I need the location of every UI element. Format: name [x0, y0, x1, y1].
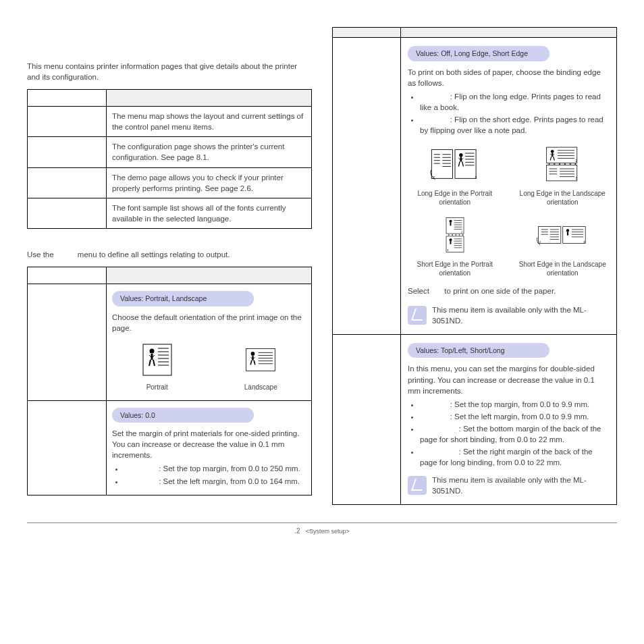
th-desc: [107, 90, 312, 107]
table-row: The font sample list shows all of the fo…: [28, 198, 312, 228]
values-pill: Values: Off, Long Edge, Short Edge: [408, 46, 549, 61]
orientation-desc: Choose the default orientation of the pr…: [112, 312, 306, 333]
info-table: The menu map shows the layout and curren…: [27, 89, 312, 229]
svg-point-1: [149, 348, 154, 353]
th-item: [28, 90, 107, 107]
svg-rect-49: [547, 147, 577, 163]
intro-text: This menu contains printer information p…: [27, 61, 312, 82]
layout-table: Values: Portrait, Landscape Choose the d…: [27, 267, 312, 495]
right-column: Values: Off, Long Edge, Short Edge To pr…: [332, 27, 617, 516]
svg-rect-102: [567, 232, 568, 236]
svg-point-68: [549, 163, 550, 165]
svg-point-70: [560, 163, 561, 165]
values-pill: Values: 0.0: [112, 408, 254, 423]
table-row: Values: Portrait, Landscape Choose the d…: [28, 284, 312, 400]
svg-point-14: [251, 352, 255, 356]
svg-text:2: 2: [461, 230, 462, 234]
page-body: This menu contains printer information p…: [0, 0, 644, 522]
left-column: This menu contains printer information p…: [27, 27, 312, 516]
svg-text:3: 3: [576, 178, 578, 181]
portrait-icon: [142, 370, 173, 378]
svg-point-96: [462, 235, 463, 236]
table-row: Values: 0.0 Set the margin of print mate…: [28, 400, 312, 495]
table-row: The demo page allows you to check if you…: [28, 167, 312, 198]
svg-rect-0: [143, 344, 171, 375]
long-edge-landscape-icon: 2 3: [535, 176, 589, 184]
svg-point-85: [449, 239, 452, 242]
duplex-desc: To print on both sides of paper, choose …: [408, 67, 610, 88]
svg-point-95: [459, 235, 460, 236]
orientation-diagrams: Portrait: [112, 343, 306, 392]
svg-rect-28: [460, 157, 462, 162]
svg-point-73: [575, 163, 576, 165]
svg-rect-77: [446, 236, 464, 252]
short-edge-portrait-icon: 2 3: [428, 247, 482, 255]
landscape-caption: Landscape: [216, 383, 306, 392]
dmargin-note: This menu item is available only with th…: [408, 475, 610, 496]
note-icon: [408, 476, 427, 495]
right-table: Values: Off, Long Edge, Short Edge To pr…: [332, 27, 617, 505]
svg-rect-13: [246, 348, 275, 371]
svg-rect-50: [547, 165, 577, 181]
values-pill: Values: Portrait, Landscape: [112, 291, 254, 306]
svg-rect-99: [539, 227, 561, 244]
long-edge-portrait-icon: 2 3: [428, 176, 482, 184]
dmargin-desc: In this menu, you can set the margins fo…: [408, 363, 610, 396]
short-edge-landscape-icon: 2 3: [535, 247, 589, 255]
duplex-list: : Flip on the long edge. Prints pages to…: [408, 91, 610, 136]
svg-point-78: [449, 220, 452, 223]
svg-point-71: [564, 163, 566, 165]
svg-point-93: [452, 235, 452, 236]
table-row: Values: Top/Left, Short/Long In this men…: [333, 334, 617, 505]
svg-rect-79: [450, 223, 451, 226]
svg-text:3: 3: [447, 248, 448, 252]
svg-point-101: [566, 230, 569, 232]
svg-point-69: [554, 163, 556, 165]
dmargin-list: : Set the top margin, from 0.0 to 9.9 mm…: [408, 399, 610, 468]
svg-point-92: [448, 235, 449, 236]
table-row: The menu map shows the layout and curren…: [28, 107, 312, 137]
svg-point-27: [459, 153, 462, 157]
page-footer: .2 <System setup>: [27, 522, 617, 535]
svg-rect-100: [563, 227, 585, 244]
note-icon: [408, 306, 427, 325]
svg-point-94: [455, 235, 456, 236]
svg-rect-86: [450, 241, 451, 244]
short-edge-diagrams: 2 3 Short Edge in the Portrait orientati…: [408, 216, 610, 277]
table-row: Values: Off, Long Edge, Short Edge To pr…: [333, 38, 617, 335]
svg-text:2: 2: [576, 159, 578, 163]
margin-desc: Set the margin of print materials for on…: [112, 428, 306, 460]
svg-rect-25: [431, 150, 452, 179]
svg-text:3: 3: [475, 176, 477, 180]
margin-list: : Set the top margin, from 0.0 to 250 mm…: [112, 463, 306, 486]
svg-point-72: [570, 163, 571, 165]
values-pill: Values: Top/Left, Short/Long: [408, 343, 549, 358]
table-row: The configuration page shows the printer…: [28, 137, 312, 167]
svg-rect-26: [455, 150, 476, 179]
svg-rect-15: [252, 356, 254, 360]
layout-section-intro: Use the menu to define all settings rela…: [27, 249, 312, 260]
svg-text:2: 2: [433, 176, 435, 180]
duplex-note: This menu item is available only with th…: [408, 304, 610, 326]
landscape-icon: [245, 370, 276, 378]
duplex-select-off: Select to print on one side of the paper…: [408, 286, 610, 296]
long-edge-diagrams: 2 3 Long Edge in the Portrait orientatio…: [408, 145, 610, 207]
portrait-caption: Portrait: [112, 383, 203, 392]
svg-rect-52: [552, 153, 553, 157]
svg-point-51: [551, 150, 554, 153]
